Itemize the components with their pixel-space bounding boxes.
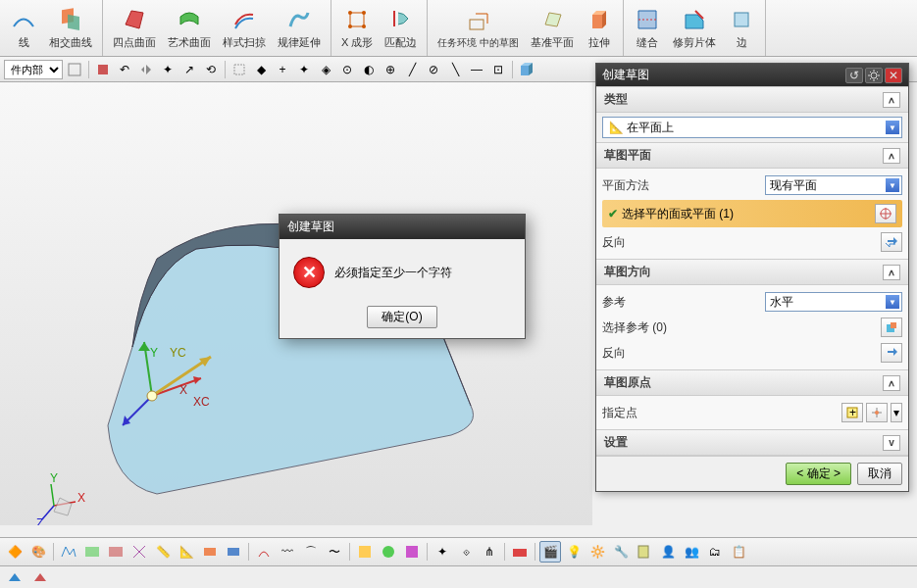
tb-icon[interactable] (4, 566, 25, 588)
point-snap-button[interactable] (866, 403, 888, 422)
ribbon-item-extrude[interactable]: 拉伸 (580, 0, 619, 56)
point-constructor-button[interactable]: + (841, 403, 863, 422)
plane-method-combo[interactable]: 现有平面 ▼ (765, 175, 902, 195)
tb-icon[interactable] (223, 541, 244, 563)
tb-icon[interactable]: 🔆 (586, 541, 608, 563)
modal-ok-button[interactable]: 确定(O) (367, 306, 436, 328)
tb-icon[interactable]: ⟐ (455, 541, 477, 563)
tb-icon[interactable] (401, 541, 423, 563)
match-edge-icon (387, 6, 415, 33)
tb-icon[interactable] (65, 60, 84, 79)
reference-combo[interactable]: 水平 ▼ (765, 292, 902, 312)
select-ref-button[interactable] (881, 318, 902, 337)
collapse-button[interactable]: ʌ (883, 92, 900, 108)
ribbon-item-sew[interactable]: 缝合 (628, 0, 667, 56)
tb-icon[interactable] (105, 541, 127, 563)
tb-icon[interactable]: ◐ (359, 60, 379, 79)
reverse2-button[interactable] (881, 343, 902, 363)
ribbon-item-four-point-surface[interactable]: 四点曲面 (107, 0, 162, 56)
tb-icon[interactable] (93, 60, 113, 79)
tb-icon[interactable]: ✦ (294, 60, 314, 79)
tb-icon[interactable]: ↗ (179, 60, 199, 79)
ribbon-item-task-sketch[interactable]: 任务环境 中的草图 (432, 0, 525, 56)
tb-icon[interactable]: 📐 (176, 541, 197, 563)
tb-icon[interactable] (253, 541, 275, 563)
tb-cube-icon[interactable] (517, 60, 536, 79)
tb-icon[interactable]: 🔶 (4, 541, 25, 563)
tb-icon[interactable]: + (273, 60, 292, 79)
tb-icon[interactable]: ⋔ (479, 541, 500, 563)
ok-button[interactable]: < 确定 > (786, 463, 851, 485)
ribbon-item-art-surface[interactable]: 艺术曲面 (162, 0, 217, 56)
modal-titlebar[interactable]: 创建草图 (280, 215, 525, 239)
tb-icon[interactable] (128, 541, 150, 563)
ribbon-item-trim-sheet[interactable]: 修剪片体 (667, 0, 722, 56)
select-face-button[interactable] (875, 204, 896, 223)
tb-icon[interactable]: 📋 (728, 541, 749, 563)
close-button[interactable]: ✕ (885, 68, 902, 83)
tb-icon[interactable]: 🎨 (27, 541, 49, 563)
tb-icon[interactable]: 👥 (681, 541, 702, 563)
section-plane-header[interactable]: 草图平面 ʌ (596, 142, 908, 169)
section-settings-header[interactable]: 设置 v (596, 429, 908, 456)
ribbon-item-x-form[interactable]: X 成形 (335, 0, 379, 56)
tb-icon[interactable] (81, 541, 103, 563)
tb-icon[interactable] (509, 541, 531, 563)
tb-icon[interactable] (378, 541, 399, 563)
tb-icon[interactable] (634, 541, 655, 563)
tb-icon[interactable]: ✦ (158, 60, 178, 79)
tb-icon[interactable] (354, 541, 376, 563)
reset-icon[interactable]: ↺ (845, 68, 863, 83)
tb-icon[interactable] (229, 60, 249, 79)
tb-icon[interactable]: 〜 (324, 541, 345, 563)
tb-icon[interactable]: ╲ (445, 60, 465, 79)
svg-rect-53 (513, 549, 527, 557)
ribbon-item-style-sweep[interactable]: 样式扫掠 (217, 0, 272, 56)
tb-icon[interactable]: — (467, 60, 486, 79)
ribbon-item-line[interactable]: 线 (4, 0, 43, 56)
tb-icon[interactable]: 📏 (152, 541, 174, 563)
tb-icon[interactable]: ⊘ (424, 60, 443, 79)
tb-icon[interactable]: ◆ (251, 60, 271, 79)
tb-icon[interactable]: 💡 (563, 541, 585, 563)
tb-icon[interactable]: ⊕ (381, 60, 400, 79)
type-combo[interactable]: 📐 在平面上 ▼ (602, 117, 902, 138)
collapse-button[interactable]: ʌ (883, 148, 900, 164)
cancel-button[interactable]: 取消 (857, 463, 902, 485)
ribbon-item-edge[interactable]: 边 (722, 0, 761, 56)
tb-icon[interactable]: ⟲ (201, 60, 221, 79)
tb-icon[interactable]: 〰 (277, 541, 298, 563)
tb-icon[interactable]: ↶ (115, 60, 134, 79)
tb-icon[interactable]: 👤 (657, 541, 679, 563)
collapse-button[interactable]: ʌ (883, 265, 900, 280)
tb-icon[interactable] (136, 60, 156, 79)
select-face-row[interactable]: ✔选择平的面或平面 (1) (602, 200, 902, 227)
ribbon-item-match-edge[interactable]: 匹配边 (379, 0, 423, 56)
settings-button[interactable] (865, 68, 883, 83)
section-type-header[interactable]: 类型 ʌ (596, 86, 908, 113)
section-origin-header[interactable]: 草图原点 ʌ (596, 369, 908, 396)
ribbon-item-intersection-curve[interactable]: 相交曲线 (43, 0, 98, 56)
tb-icon[interactable]: ⊙ (337, 60, 357, 79)
tb-icon[interactable]: ⌒ (300, 541, 322, 563)
tb-icon[interactable]: ╱ (402, 60, 422, 79)
expand-button[interactable]: v (883, 435, 900, 451)
tb-icon[interactable] (58, 541, 79, 563)
ribbon-label: 匹配边 (384, 35, 417, 50)
reverse-button[interactable] (881, 232, 902, 252)
tb-icon[interactable]: 🗂 (704, 541, 726, 563)
tb-icon[interactable]: ⊡ (488, 60, 508, 79)
tb-icon[interactable] (199, 541, 221, 563)
scope-combo[interactable]: 件内部 (4, 60, 63, 79)
tb-icon[interactable]: 🔧 (610, 541, 632, 563)
tb-icon[interactable]: ✦ (432, 541, 453, 563)
ribbon-item-law-extension[interactable]: 规律延伸 (272, 0, 327, 56)
panel-titlebar[interactable]: 创建草图 ↺ ✕ (596, 64, 908, 86)
tb-icon[interactable]: ◈ (316, 60, 335, 79)
collapse-button[interactable]: ʌ (883, 375, 900, 391)
ribbon-item-datum-plane[interactable]: 基准平面 (525, 0, 580, 56)
point-menu-button[interactable]: ▾ (891, 403, 902, 422)
section-direction-header[interactable]: 草图方向 ʌ (596, 259, 908, 285)
tb-icon[interactable] (29, 566, 51, 588)
tb-icon[interactable]: 🎬 (539, 541, 561, 563)
